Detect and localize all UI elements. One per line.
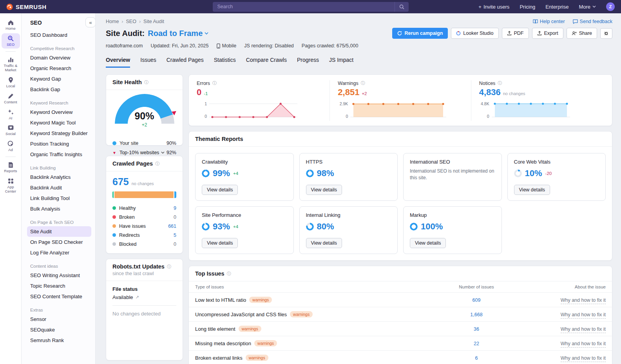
sidebar-item[interactable]: Keyword Overview (27, 107, 91, 117)
help-center-link[interactable]: Help center (533, 19, 565, 24)
project-selector[interactable]: Road to Frame (148, 29, 208, 38)
issue-count-link[interactable]: 1,668 (470, 312, 482, 317)
info-icon[interactable]: ⓘ (167, 264, 171, 270)
rail-item-ai[interactable]: AI (2, 107, 20, 122)
issue-count-link[interactable]: 609 (473, 297, 481, 303)
search-submit-button[interactable] (395, 2, 409, 12)
sidebar-collapse-button[interactable]: « (85, 17, 96, 27)
refresh-icon (397, 31, 402, 36)
sidebar-item[interactable]: SEO Dashboard (27, 30, 91, 40)
info-icon[interactable]: ⓘ (227, 271, 231, 277)
sidebar-item[interactable]: Keyword Gap (27, 74, 91, 84)
pdf-button[interactable]: PDF (502, 28, 529, 39)
rail-item-home[interactable]: Home (2, 17, 20, 32)
sidebar-item[interactable]: Site Audit (27, 226, 91, 237)
global-search[interactable] (213, 2, 409, 12)
info-icon[interactable]: ⓘ (155, 161, 159, 167)
why-how-to-fix-link[interactable]: Why and how to fix it (561, 297, 606, 304)
rail-item-ad[interactable]: Ad (2, 139, 20, 154)
sidebar-item[interactable]: Extras (27, 307, 91, 314)
search-input[interactable] (213, 2, 395, 12)
why-how-to-fix-link[interactable]: Why and how to fix it (561, 355, 606, 362)
export-button[interactable]: Export (532, 28, 563, 39)
info-icon[interactable]: ⓘ (498, 80, 502, 86)
why-how-to-fix-link[interactable]: Why and how to fix it (561, 326, 606, 333)
sidebar-item[interactable]: SEOquake (27, 324, 91, 335)
rail-item-reports[interactable]: Reports (2, 160, 20, 175)
sidebar-item[interactable]: Log File Analyzer (27, 247, 91, 258)
sidebar-item[interactable]: Organic Research (27, 63, 91, 74)
view-details-button[interactable]: View details (410, 238, 446, 248)
sidebar-item[interactable]: SEO Content Template (27, 291, 91, 302)
sidebar-item[interactable]: Backlink Analytics (27, 172, 91, 182)
send-feedback-link[interactable]: Send feedback (573, 19, 612, 24)
looker-studio-button[interactable]: Looker Studio (451, 28, 498, 39)
view-details-button[interactable]: View details (306, 238, 342, 248)
rail-item-seo[interactable]: SEO (2, 33, 20, 49)
breadcrumb-seo[interactable]: SEO (126, 19, 136, 24)
legend-count[interactable]: 0 (174, 241, 176, 247)
why-how-to-fix-link[interactable]: Why and how to fix it (561, 341, 606, 348)
report-tab[interactable]: JS Impact (329, 57, 353, 68)
report-tab[interactable]: Issues (140, 57, 156, 68)
sidebar-item[interactable]: Domain Overview (27, 52, 91, 63)
crawled-pages-legend: Healthy 9 Broken 0 (106, 202, 183, 253)
sidebar-item[interactable]: SEO Writing Assistant (27, 270, 91, 281)
more-menu[interactable]: More (579, 4, 596, 10)
sidebar-item[interactable]: Link Building Tool (27, 193, 91, 204)
why-how-to-fix-link[interactable]: Why and how to fix it (561, 312, 606, 319)
report-tab[interactable]: Crawled Pages (167, 57, 204, 68)
legend-count[interactable]: 0 (174, 214, 176, 220)
sidebar-item[interactable]: Keyword Research (27, 100, 91, 107)
sidebar-item[interactable]: Keyword Strategy Builder (27, 128, 91, 139)
sidebar-item[interactable]: Organic Traffic Insights (27, 149, 91, 160)
report-tab[interactable]: Statistics (214, 57, 236, 68)
info-icon[interactable]: ⓘ (361, 80, 365, 86)
sidebar-item[interactable]: Backlink Audit (27, 182, 91, 193)
settings-button[interactable] (600, 28, 612, 39)
report-tab[interactable]: Overview (106, 57, 130, 68)
info-icon[interactable]: ⓘ (212, 80, 217, 86)
sidebar-item[interactable]: Competitive Research (27, 45, 91, 52)
external-link-icon[interactable]: ↗ (136, 295, 139, 300)
view-details-button[interactable]: View details (514, 185, 550, 195)
semrush-logo[interactable]: SEMRUSH (6, 4, 47, 10)
legend-count[interactable]: 661 (168, 223, 176, 229)
sidebar-item[interactable]: Backlink Gap (27, 84, 91, 95)
pricing-link[interactable]: Pricing (520, 4, 535, 10)
enterprise-link[interactable]: Enterprise (545, 4, 568, 10)
rail-item-local[interactable]: Local (2, 75, 20, 90)
sidebar-item[interactable]: Link Building (27, 165, 91, 172)
invite-users-link[interactable]: +Invite users (478, 4, 509, 10)
rail-item-content[interactable]: Content (2, 91, 20, 106)
rail-item-social[interactable]: Social (2, 123, 20, 138)
share-button[interactable]: Share (567, 28, 597, 39)
breadcrumb-home[interactable]: Home (106, 19, 119, 24)
issue-count-link[interactable]: 36 (474, 326, 479, 332)
view-details-button[interactable]: View details (202, 185, 238, 195)
sidebar-item[interactable]: Bulk Analysis (27, 204, 91, 214)
view-details-button[interactable]: View details (202, 238, 238, 248)
legend-count[interactable]: 9 (174, 205, 176, 211)
view-details-button[interactable]: View details (306, 185, 342, 195)
rail-item-traffic-market[interactable]: Traffic & Market (2, 54, 20, 74)
report-tab[interactable]: Progress (297, 57, 319, 68)
issue-count-link[interactable]: 6 (475, 355, 478, 361)
sidebar-item[interactable]: Position Tracking (27, 139, 91, 149)
issue-count-link[interactable]: 22 (474, 341, 479, 346)
sidebar-item[interactable]: On Page SEO Checker (27, 237, 91, 247)
legend-count[interactable]: 5 (174, 232, 176, 238)
rail-item-app-center[interactable]: App Center (2, 176, 20, 195)
sidebar-item[interactable]: Semrush Rank (27, 335, 91, 346)
user-avatar[interactable]: Z (606, 2, 615, 11)
legend-dot-icon (112, 233, 116, 237)
report-tab[interactable]: Compare Crawls (246, 57, 287, 68)
sidebar-item[interactable]: Topic Research (27, 281, 91, 291)
sidebar-item[interactable]: On Page & Tech SEO (27, 219, 91, 226)
sidebar-item[interactable]: Sensor (27, 314, 91, 324)
breadcrumb-site-audit[interactable]: Site Audit (143, 19, 164, 24)
sidebar-item[interactable]: Content ideas (27, 263, 91, 270)
rerun-campaign-button[interactable]: Rerun campaign (392, 28, 448, 39)
info-icon[interactable]: ⓘ (144, 79, 148, 85)
sidebar-item[interactable]: Keyword Magic Tool (27, 117, 91, 128)
